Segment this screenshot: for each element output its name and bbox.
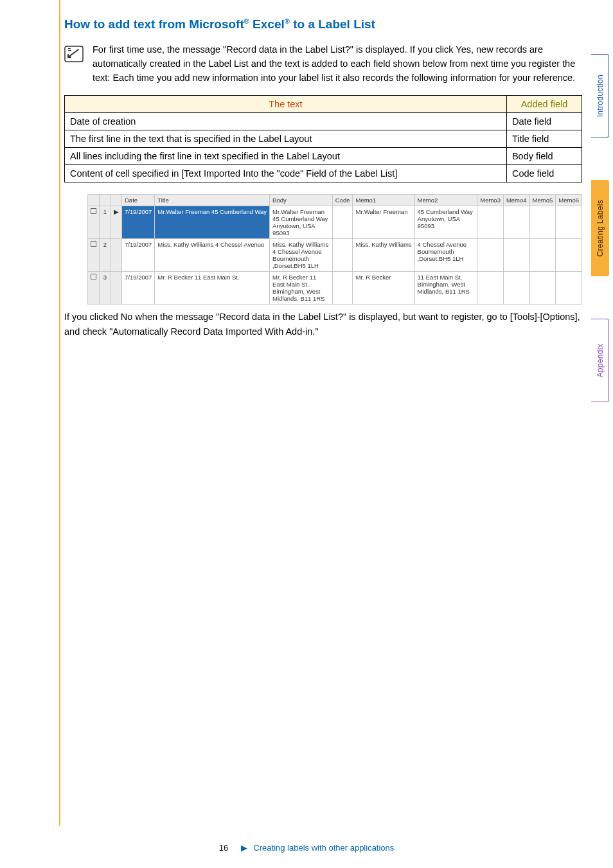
section-heading: How to add text from Microsoft® Excel® t…: [64, 17, 582, 33]
note-text: For first time use, the message "Record …: [93, 43, 582, 85]
grid-col-memo1: Memo1: [353, 195, 414, 206]
cell-added: Body field: [506, 148, 582, 165]
tab-introduction[interactable]: Introduction: [591, 54, 609, 137]
table-row: All lines including the first line in te…: [65, 148, 582, 165]
footer-arrow-icon: ▶: [241, 843, 247, 853]
tab-creating-labels[interactable]: Creating Labels: [591, 180, 609, 276]
label-list-grid: Date Title Body Code Memo1 Memo2 Memo3 M…: [87, 194, 582, 305]
cell-text: All lines including the first line in te…: [65, 148, 507, 165]
grid-col-title: Title: [155, 195, 270, 206]
fields-table: The text Added field Date of creation Da…: [64, 95, 582, 182]
cell-text: Content of cell specified in [Text Impor…: [65, 165, 507, 182]
label-list-grid-screenshot: Date Title Body Code Memo1 Memo2 Memo3 M…: [87, 194, 582, 305]
after-image-paragraph: If you clicked No when the message "Reco…: [64, 310, 582, 339]
note-icon: [64, 46, 84, 62]
tab-creating-labels-label: Creating Labels: [596, 200, 605, 257]
tab-introduction-label: Introduction: [596, 75, 605, 117]
side-tabs: Introduction Creating Labels Appendix: [591, 54, 609, 402]
grid-col-memo4: Memo4: [503, 195, 529, 206]
grid-col-body: Body: [270, 195, 333, 206]
fields-table-header-text: The text: [269, 99, 302, 109]
grid-row: 37/19/2007Mr. R Becker 11 East Main St.M…: [88, 272, 582, 305]
cell-text: The first line in the text that is speci…: [65, 130, 507, 148]
cell-added: Date field: [506, 113, 582, 130]
table-row: The first line in the text that is speci…: [65, 130, 582, 148]
grid-col-memo5: Memo5: [529, 195, 556, 206]
svg-rect-1: [68, 48, 71, 49]
cell-added: Title field: [506, 130, 582, 148]
svg-rect-0: [65, 46, 83, 62]
grid-col-date: Date: [122, 195, 155, 206]
footer-chapter-link[interactable]: Creating labels with other applications: [253, 843, 394, 853]
grid-col-memo2: Memo2: [414, 195, 477, 206]
grid-col-memo3: Memo3: [477, 195, 504, 206]
cell-text: Date of creation: [65, 113, 507, 130]
grid-col-code: Code: [332, 195, 353, 206]
svg-rect-2: [68, 50, 71, 51]
left-margin-rule: [59, 0, 60, 826]
table-row: Date of creation Date field: [65, 113, 582, 130]
tab-appendix-label: Appendix: [596, 344, 605, 377]
page-footer: 16 ▶ Creating labels with other applicat…: [0, 843, 613, 853]
page-number: 16: [219, 843, 228, 853]
tab-appendix[interactable]: Appendix: [591, 319, 609, 402]
fields-table-header-added: Added field: [521, 99, 568, 109]
grid-row: 27/19/2007Miss. Kathy Williams 4 Chessel…: [88, 239, 582, 272]
grid-row: 1▶7/19/2007Mr.Walter Freeman 45 Cumberla…: [88, 206, 582, 239]
table-row: Content of cell specified in [Text Impor…: [65, 165, 582, 182]
grid-col-memo6: Memo6: [556, 195, 582, 206]
cell-added: Code field: [506, 165, 582, 182]
